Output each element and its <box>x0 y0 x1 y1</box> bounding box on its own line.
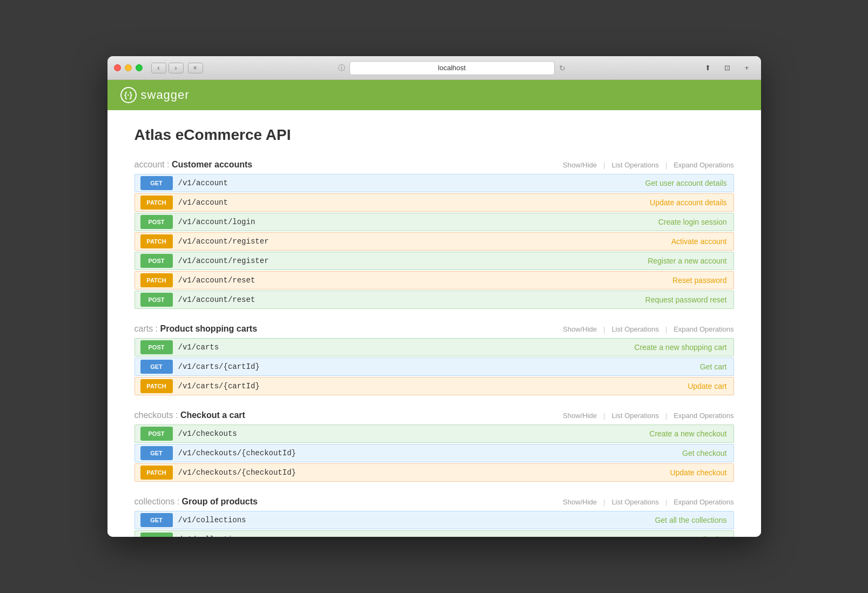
page-title: Atlas eCommerce API <box>134 126 734 144</box>
swagger-logo: {·} swagger <box>120 87 190 103</box>
api-row-account-0[interactable]: GET/v1/accountGet user account details <box>134 174 734 192</box>
security-icon: ⓘ <box>338 63 345 73</box>
section-title-carts: carts : Product shopping carts <box>134 324 258 334</box>
api-description: Create login session <box>658 218 727 226</box>
show-hide-checkouts[interactable]: Show/Hide <box>563 412 597 420</box>
reload-button[interactable]: ↻ <box>559 64 566 72</box>
section-header-carts: carts : Product shopping cartsShow/Hide|… <box>134 324 734 334</box>
expand-operations-carts[interactable]: Expand Operations <box>674 325 734 333</box>
api-description: Get checkout <box>682 449 727 457</box>
api-description: Reset password <box>672 276 726 285</box>
swagger-logo-text: swagger <box>141 88 190 102</box>
api-row-account-3[interactable]: PATCH/v1/account/registerActivate accoun… <box>134 232 734 251</box>
api-description: Get cart <box>700 362 727 371</box>
method-badge-patch: PATCH <box>140 466 173 480</box>
title-bar: ‹ › ≡ ⓘ localhost ↻ ⬆ ⊡ + <box>107 56 761 80</box>
api-path: /v1/account/register <box>178 257 648 265</box>
api-path: /v1/checkouts/{checkoutId} <box>178 449 683 457</box>
method-badge-get: GET <box>140 176 173 190</box>
api-path: /v1/collections <box>178 535 655 537</box>
api-description: Request password reset <box>645 295 727 304</box>
api-path: /v1/account/reset <box>178 276 673 285</box>
list-operations-collections[interactable]: List Operations <box>611 498 658 506</box>
api-row-carts-2[interactable]: PATCH/v1/carts/{cartId}Update cart <box>134 377 734 395</box>
api-row-carts-1[interactable]: GET/v1/carts/{cartId}Get cart <box>134 358 734 376</box>
minimize-button[interactable] <box>125 64 132 71</box>
api-path: /v1/checkouts/{checkoutId} <box>178 468 670 477</box>
reader-button[interactable]: ≡ <box>188 63 203 73</box>
api-description: Get user account details <box>645 179 727 187</box>
show-hide-collections[interactable]: Show/Hide <box>563 498 597 506</box>
api-path: /v1/collections <box>178 516 655 524</box>
section-collections: collections : Group of productsShow/Hide… <box>134 497 734 537</box>
method-badge-post: POST <box>140 293 173 307</box>
list-operations-account[interactable]: List Operations <box>611 161 658 169</box>
api-row-collections-1[interactable]: POST/v1/collectionsCreate new collection <box>134 530 734 537</box>
api-row-account-2[interactable]: POST/v1/account/loginCreate login sessio… <box>134 213 734 231</box>
api-path: /v1/account/login <box>178 218 658 226</box>
tab-button[interactable]: ⊡ <box>720 63 735 73</box>
api-description: Update checkout <box>670 468 726 477</box>
method-badge-get: GET <box>140 513 173 527</box>
section-header-account: account : Customer accountsShow/Hide|Lis… <box>134 160 734 170</box>
mac-window: ‹ › ≡ ⓘ localhost ↻ ⬆ ⊡ + {·} swagger At… <box>107 56 761 537</box>
api-description: Create a new shopping cart <box>634 343 726 352</box>
expand-operations-account[interactable]: Expand Operations <box>674 161 734 169</box>
api-row-checkouts-0[interactable]: POST/v1/checkoutsCreate a new checkout <box>134 424 734 443</box>
section-account: account : Customer accountsShow/Hide|Lis… <box>134 160 734 309</box>
api-row-account-6[interactable]: POST/v1/account/resetRequest password re… <box>134 291 734 309</box>
method-badge-post: POST <box>140 340 173 354</box>
forward-button[interactable]: › <box>169 63 184 73</box>
section-header-collections: collections : Group of productsShow/Hide… <box>134 497 734 507</box>
section-header-checkouts: checkouts : Checkout a cartShow/Hide|Lis… <box>134 410 734 420</box>
method-badge-get: GET <box>140 446 173 460</box>
method-badge-patch: PATCH <box>140 379 173 393</box>
sections-container: account : Customer accountsShow/Hide|Lis… <box>134 160 734 537</box>
api-description: Create new collection <box>655 535 727 537</box>
address-bar[interactable]: localhost <box>349 61 555 75</box>
method-badge-post: POST <box>140 533 173 537</box>
show-hide-carts[interactable]: Show/Hide <box>563 325 597 333</box>
url-text: localhost <box>438 64 466 72</box>
section-actions-account: Show/Hide|List Operations|Expand Operati… <box>563 161 734 169</box>
api-row-collections-0[interactable]: GET/v1/collectionsGet all the collection… <box>134 511 734 529</box>
api-description: Update account details <box>650 198 726 207</box>
back-button[interactable]: ‹ <box>151 63 166 73</box>
section-actions-carts: Show/Hide|List Operations|Expand Operati… <box>563 325 734 333</box>
api-description: Register a new account <box>648 257 726 265</box>
api-description: Get all the collections <box>655 516 726 524</box>
divider: | <box>603 325 605 333</box>
show-hide-account[interactable]: Show/Hide <box>563 161 597 169</box>
api-row-checkouts-1[interactable]: GET/v1/checkouts/{checkoutId}Get checkou… <box>134 444 734 462</box>
api-path: /v1/carts <box>178 343 635 352</box>
fullscreen-button[interactable] <box>136 64 143 71</box>
api-row-account-5[interactable]: PATCH/v1/account/resetReset password <box>134 271 734 289</box>
add-tab-button[interactable]: + <box>739 63 755 73</box>
address-bar-wrapper: ⓘ localhost ↻ <box>207 61 696 75</box>
api-description: Activate account <box>671 237 727 246</box>
api-path: /v1/account <box>178 198 650 207</box>
section-carts: carts : Product shopping cartsShow/Hide|… <box>134 324 734 395</box>
method-badge-patch: PATCH <box>140 234 173 248</box>
toolbar-right: ⬆ ⊡ + <box>701 63 755 73</box>
divider: | <box>665 325 667 333</box>
expand-operations-collections[interactable]: Expand Operations <box>674 498 734 506</box>
api-row-account-4[interactable]: POST/v1/account/registerRegister a new a… <box>134 252 734 270</box>
api-row-carts-0[interactable]: POST/v1/cartsCreate a new shopping cart <box>134 338 734 356</box>
list-operations-checkouts[interactable]: List Operations <box>611 412 658 420</box>
share-button[interactable]: ⬆ <box>701 63 716 73</box>
traffic-lights <box>114 64 143 71</box>
close-button[interactable] <box>114 64 121 71</box>
divider: | <box>665 498 667 506</box>
method-badge-patch: PATCH <box>140 273 173 287</box>
section-title-checkouts: checkouts : Checkout a cart <box>134 410 245 420</box>
api-path: /v1/checkouts <box>178 429 650 438</box>
api-path: /v1/account/register <box>178 237 671 246</box>
expand-operations-checkouts[interactable]: Expand Operations <box>674 412 734 420</box>
method-badge-post: POST <box>140 254 173 268</box>
divider: | <box>603 498 605 506</box>
divider: | <box>665 161 667 169</box>
api-row-checkouts-2[interactable]: PATCH/v1/checkouts/{checkoutId}Update ch… <box>134 463 734 482</box>
list-operations-carts[interactable]: List Operations <box>611 325 658 333</box>
api-row-account-1[interactable]: PATCH/v1/accountUpdate account details <box>134 193 734 212</box>
